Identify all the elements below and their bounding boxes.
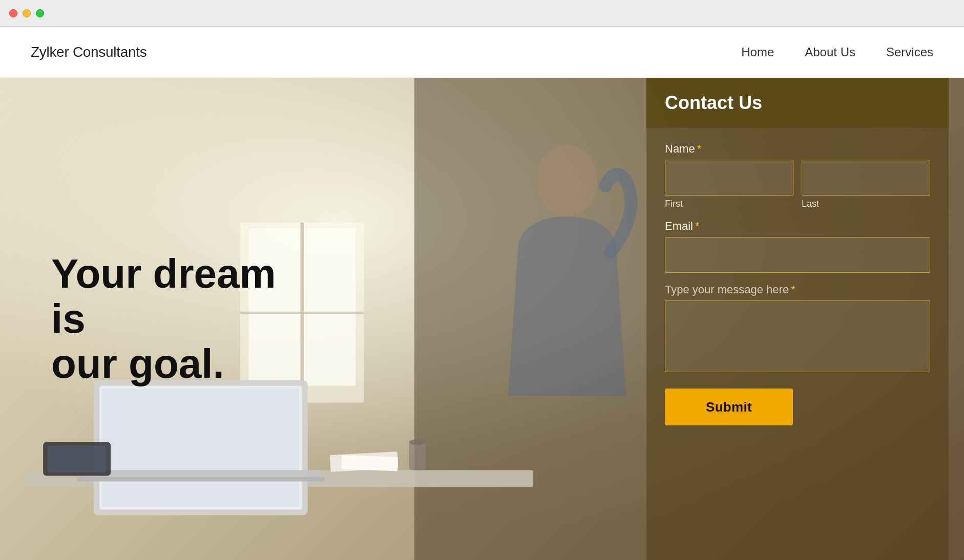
- contact-header: Contact Us: [646, 78, 949, 128]
- name-required: *: [697, 142, 702, 155]
- submit-button[interactable]: Submit: [665, 389, 793, 425]
- email-label: Email*: [665, 220, 930, 233]
- message-textarea[interactable]: [665, 300, 930, 372]
- first-label: First: [665, 199, 793, 209]
- navbar: Zylker Consultants Home About Us Service…: [0, 27, 964, 78]
- svg-point-13: [409, 439, 426, 445]
- maximize-button[interactable]: [36, 9, 44, 17]
- svg-point-16: [536, 145, 598, 217]
- svg-rect-15: [341, 455, 398, 471]
- contact-title: Contact Us: [665, 92, 930, 114]
- contact-panel: Contact Us Name* First L: [646, 78, 949, 560]
- person-area: [477, 78, 657, 560]
- traffic-lights: [9, 9, 44, 17]
- close-button[interactable]: [9, 9, 17, 17]
- first-name-input[interactable]: [665, 160, 793, 196]
- browser-window: Zylker Consultants Home About Us Service…: [0, 27, 964, 560]
- hero-heading: Your dream is our goal.: [51, 251, 307, 386]
- email-input[interactable]: [665, 237, 930, 273]
- first-name-field: First: [665, 160, 793, 209]
- svg-rect-9: [77, 477, 325, 481]
- nav-about-us[interactable]: About Us: [805, 45, 855, 59]
- hero-section: Your dream is our goal. Contact Us Name*: [0, 78, 964, 560]
- nav-links: Home About Us Services: [741, 45, 933, 59]
- name-label: Name*: [665, 142, 930, 156]
- message-label: Type your message here*: [665, 283, 930, 296]
- name-section: Name* First Last: [665, 142, 930, 209]
- svg-rect-12: [409, 442, 426, 470]
- svg-rect-7: [102, 389, 300, 507]
- person-silhouette: [477, 78, 657, 560]
- email-required: *: [695, 220, 700, 232]
- hero-headline: Your dream is our goal.: [51, 251, 307, 386]
- nav-home[interactable]: Home: [741, 45, 774, 59]
- message-required: *: [791, 283, 795, 296]
- name-row: First Last: [665, 160, 930, 209]
- nav-services[interactable]: Services: [886, 45, 933, 59]
- email-section: Email*: [665, 220, 930, 273]
- svg-rect-11: [48, 445, 106, 472]
- brand-name: Zylker Consultants: [31, 44, 146, 60]
- contact-body: Name* First Last: [646, 128, 949, 560]
- minimize-button[interactable]: [23, 9, 31, 17]
- last-name-field: Last: [802, 160, 930, 209]
- last-label: Last: [802, 199, 930, 209]
- message-section: Type your message here*: [665, 283, 930, 374]
- last-name-input[interactable]: [802, 160, 930, 196]
- window-chrome: [0, 0, 964, 27]
